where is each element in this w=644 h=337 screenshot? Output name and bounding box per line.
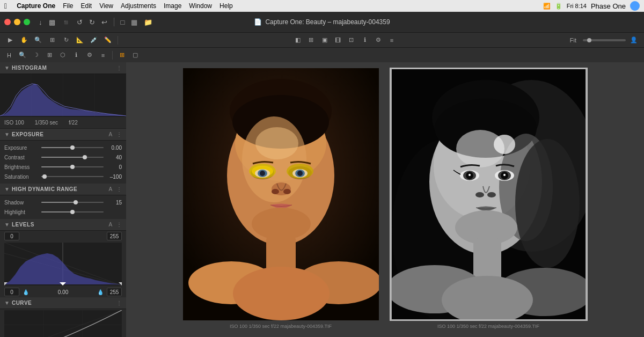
shadow-slider[interactable] bbox=[41, 202, 104, 203]
app-name-menu[interactable]: Capture One bbox=[17, 2, 55, 10]
tool2-8[interactable]: ≡ bbox=[97, 49, 109, 61]
brightness-thumb bbox=[70, 165, 75, 169]
brush-tool[interactable]: ✏️ bbox=[102, 34, 114, 46]
crop-tool[interactable]: ⊞ bbox=[46, 34, 58, 46]
reset-icon[interactable]: ↩ bbox=[99, 17, 109, 27]
curve-header[interactable]: ▼ CURVE ⋮ bbox=[0, 297, 126, 309]
grid-icon[interactable]: ⊞ bbox=[305, 34, 317, 46]
straighten-tool[interactable]: 📐 bbox=[74, 34, 86, 46]
rotate-tool[interactable]: ↻ bbox=[60, 34, 72, 46]
saturation-slider-label: Saturation bbox=[4, 174, 39, 180]
paste-icon[interactable]: ▦ bbox=[129, 17, 140, 27]
maximize-button[interactable] bbox=[24, 19, 30, 25]
eyedrop-tool[interactable]: 💉 bbox=[88, 34, 100, 46]
zoom-slider[interactable] bbox=[583, 39, 626, 41]
tool2-2[interactable]: 🔍 bbox=[17, 49, 28, 61]
contrast-slider[interactable] bbox=[41, 157, 104, 158]
copy-icon[interactable]: □ bbox=[119, 17, 127, 27]
phase-one-icon bbox=[630, 1, 640, 11]
highlight-slider[interactable] bbox=[41, 211, 104, 213]
histogram-header[interactable]: ▼ HISTOGRAM ⋮ bbox=[0, 62, 126, 74]
tool2-3[interactable]: ☽ bbox=[30, 49, 42, 61]
single-icon[interactable]: ▣ bbox=[319, 34, 331, 46]
back-icon[interactable]: ↓ bbox=[36, 17, 45, 27]
exposure-slider[interactable] bbox=[41, 147, 104, 148]
exposure-arrow: ▼ bbox=[4, 131, 10, 137]
menu-image[interactable]: Image bbox=[164, 2, 181, 10]
levels-output-high[interactable] bbox=[107, 288, 122, 296]
menu-help[interactable]: Help bbox=[219, 2, 233, 10]
redo-icon[interactable]: ↻ bbox=[87, 17, 97, 27]
brightness-slider[interactable] bbox=[41, 166, 104, 167]
hand-tool[interactable]: ✋ bbox=[18, 34, 30, 46]
svg-point-54 bbox=[494, 135, 515, 154]
exposure-header[interactable]: ▼ EXPOSURE A ⋮ bbox=[0, 129, 126, 141]
tool2-6[interactable]: ℹ bbox=[70, 49, 82, 61]
histogram-container bbox=[0, 74, 126, 117]
highlight-thumb bbox=[70, 210, 75, 214]
tool2-5[interactable]: ⬡ bbox=[57, 49, 69, 61]
overlay-icon[interactable]: ⊡ bbox=[346, 34, 357, 46]
close-button[interactable] bbox=[4, 19, 11, 25]
single-view-btn[interactable]: ▢ bbox=[129, 49, 141, 61]
minimize-button[interactable] bbox=[14, 19, 20, 25]
film-icon[interactable]: 🎞 bbox=[332, 34, 344, 46]
hdr-arrow: ▼ bbox=[4, 186, 10, 192]
svg-point-64 bbox=[487, 192, 496, 197]
settings-icon[interactable]: ⚙ bbox=[372, 34, 384, 46]
menu-window[interactable]: Window bbox=[189, 2, 212, 10]
eyedropper-right[interactable]: 💧 bbox=[96, 288, 105, 296]
svg-point-58 bbox=[469, 174, 471, 176]
hdr-header[interactable]: ▼ HIGH DYNAMIC RANGE A ⋮ bbox=[0, 184, 126, 195]
svg-point-24 bbox=[255, 127, 298, 159]
color-photo-svg bbox=[183, 68, 379, 320]
shadow-fill bbox=[41, 202, 76, 203]
time-display: Fri 8:14 bbox=[567, 3, 587, 9]
levels-header[interactable]: ▼ LEVELS A ⋮ bbox=[0, 219, 126, 231]
folder-icon[interactable]: 📁 bbox=[142, 17, 155, 27]
profile-icon[interactable]: 👤 bbox=[628, 34, 640, 46]
exposure-label: EXPOSURE bbox=[12, 131, 109, 137]
compare-icon[interactable]: ◧ bbox=[292, 34, 304, 46]
curve-icons: ⋮ bbox=[116, 300, 122, 306]
select-tool[interactable]: ▶ bbox=[4, 34, 16, 46]
color-caption-text: ISO 100 1/350 sec f/22 majabeauty-004359… bbox=[230, 324, 332, 329]
svg-point-38 bbox=[283, 189, 291, 194]
color-photo bbox=[183, 68, 379, 320]
svg-rect-11 bbox=[4, 310, 122, 337]
tool2-4[interactable]: ⊞ bbox=[43, 49, 55, 61]
levels-low-input[interactable] bbox=[4, 232, 19, 240]
histogram-icons: ⋮ bbox=[116, 65, 122, 71]
levels-high-input[interactable] bbox=[107, 232, 122, 240]
saturation-slider[interactable] bbox=[41, 176, 104, 177]
grid-view-btn[interactable]: ⊞ bbox=[116, 49, 128, 61]
svg-rect-66 bbox=[473, 238, 501, 281]
eyedropper-left[interactable]: 💧 bbox=[21, 288, 30, 296]
menu-file[interactable]: File bbox=[63, 2, 73, 10]
exposure-fill bbox=[41, 147, 72, 148]
info-icon[interactable]: ℹ bbox=[359, 34, 371, 46]
histogram-label: HISTOGRAM bbox=[12, 65, 116, 71]
histogram-arrow: ▼ bbox=[4, 65, 10, 71]
bw-photo bbox=[391, 68, 587, 320]
left-panel: ▼ HISTOGRAM ⋮ ISO 100 1/350 sec f/22 bbox=[0, 62, 126, 337]
undo-icon[interactable]: ↺ bbox=[75, 17, 85, 27]
curve-label: CURVE bbox=[12, 300, 116, 306]
saturation-row: Saturation –100 bbox=[0, 172, 126, 181]
exposure-slider-label: Exposure bbox=[4, 145, 39, 151]
bw-caption-text: ISO 100 1/350 sec f/22 majabeauty-004359… bbox=[437, 324, 539, 329]
title-text: Capture One: Beauty – majabeauty-004359 bbox=[265, 18, 390, 26]
tool2-1[interactable]: H bbox=[3, 49, 15, 61]
menu-edit[interactable]: Edit bbox=[80, 2, 92, 10]
zoom-tool[interactable]: 🔍 bbox=[32, 34, 44, 46]
svg-point-37 bbox=[272, 189, 279, 194]
menu-view[interactable]: View bbox=[99, 2, 113, 10]
import-icon[interactable]: ▩ bbox=[47, 17, 57, 27]
tool2-7[interactable]: ⚙ bbox=[84, 49, 96, 61]
camera-icon[interactable]: ◾ bbox=[60, 17, 72, 27]
iso-value: ISO 100 bbox=[4, 120, 24, 126]
bw-photo-svg bbox=[392, 69, 587, 320]
more-icon[interactable]: ≡ bbox=[386, 34, 398, 46]
levels-output-low[interactable] bbox=[4, 288, 19, 296]
menu-adjustments[interactable]: Adjustments bbox=[121, 2, 156, 10]
